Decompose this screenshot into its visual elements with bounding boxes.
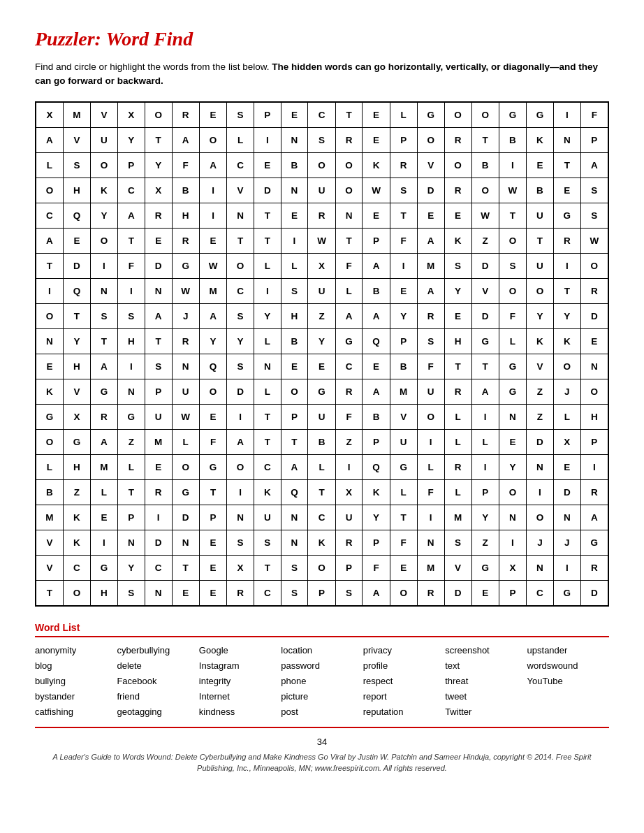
grid-cell: T — [471, 127, 499, 152]
grid-cell: I — [281, 228, 308, 253]
grid-cell: V — [36, 530, 64, 555]
grid-cell: E — [199, 555, 226, 580]
grid-cell: M — [444, 505, 471, 530]
grid-cell: S — [281, 580, 308, 605]
footer-text: A Leader's Guide to Words Wound: Delete … — [35, 751, 609, 774]
grid-cell: S — [417, 328, 444, 354]
grid-cell: C — [527, 580, 554, 605]
grid-cell: E — [199, 530, 226, 555]
grid-cell: O — [444, 102, 471, 127]
grid-cell: D — [227, 379, 254, 404]
grid-cell: Q — [363, 454, 390, 479]
grid-cell: U — [145, 404, 172, 429]
grid-cell: T — [90, 328, 117, 354]
grid-cell: T — [254, 228, 281, 253]
grid-cell: R — [335, 530, 363, 555]
grid-cell: L — [444, 479, 471, 505]
grid-cell: U — [254, 505, 281, 530]
grid-cell: T — [145, 328, 172, 354]
grid-cell: O — [499, 228, 526, 253]
grid-cell: G — [499, 354, 526, 379]
grid-cell: N — [227, 505, 254, 530]
grid-cell: I — [553, 102, 580, 127]
grid-cell: E — [281, 354, 308, 379]
word-item: integrity — [199, 674, 281, 689]
grid-cell: Y — [117, 555, 145, 580]
grid-cell: R — [390, 152, 417, 178]
grid-cell: F — [417, 354, 444, 379]
grid-cell: T — [36, 253, 64, 278]
grid-cell: O — [499, 479, 526, 505]
grid-cell: L — [281, 253, 308, 278]
grid-cell: L — [254, 379, 281, 404]
grid-cell: E — [199, 404, 226, 429]
grid-cell: D — [471, 253, 499, 278]
word-list-col: upstanderwordswoundYouTube — [527, 643, 609, 720]
grid-cell: Y — [553, 303, 580, 328]
grid-cell: O — [90, 228, 117, 253]
grid-cell: M — [390, 379, 417, 404]
grid-cell: T — [254, 429, 281, 454]
grid-cell: O — [308, 152, 335, 178]
grid-cell: R — [580, 555, 608, 580]
grid-cell: A — [417, 278, 444, 303]
grid-cell: J — [553, 530, 580, 555]
grid-cell: T — [308, 479, 335, 505]
grid-cell: A — [199, 303, 226, 328]
grid-cell: Z — [335, 429, 363, 454]
grid-cell: G — [308, 379, 335, 404]
grid-cell: Y — [63, 328, 90, 354]
grid-cell: L — [553, 404, 580, 429]
grid-cell: A — [227, 429, 254, 454]
grid-cell: L — [499, 328, 526, 354]
grid-cell: T — [499, 203, 526, 228]
grid-cell: L — [117, 454, 145, 479]
grid-cell: E — [390, 278, 417, 303]
grid-cell: A — [580, 152, 608, 178]
grid-cell: N — [145, 278, 172, 303]
grid-cell: L — [308, 454, 335, 479]
grid-cell: Y — [90, 203, 117, 228]
grid-cell: D — [471, 303, 499, 328]
grid-cell: C — [254, 454, 281, 479]
grid-cell: L — [172, 429, 199, 454]
grid-cell: E — [199, 102, 226, 127]
grid-cell: J — [553, 379, 580, 404]
grid-cell: W — [172, 278, 199, 303]
grid-cell: L — [471, 429, 499, 454]
grid-cell: G — [471, 328, 499, 354]
grid-cell: C — [308, 102, 335, 127]
word-item: friend — [117, 689, 198, 704]
grid-cell: U — [308, 404, 335, 429]
grid-cell: S — [335, 580, 363, 605]
grid-cell: J — [172, 303, 199, 328]
grid-cell: K — [254, 479, 281, 505]
grid-cell: G — [471, 555, 499, 580]
grid-cell: D — [527, 429, 554, 454]
grid-cell: M — [199, 278, 226, 303]
grid-cell: S — [444, 253, 471, 278]
grid-cell: X — [36, 102, 64, 127]
grid-cell: G — [553, 580, 580, 605]
grid-cell: H — [90, 580, 117, 605]
grid-cell: X — [335, 479, 363, 505]
grid-cell: D — [145, 253, 172, 278]
grid-cell: Y — [227, 328, 254, 354]
grid-cell: I — [145, 505, 172, 530]
grid-cell: C — [227, 152, 254, 178]
grid-cell: S — [145, 354, 172, 379]
grid-cell: E — [471, 580, 499, 605]
grid-cell: N — [580, 354, 608, 379]
grid-cell: P — [363, 530, 390, 555]
grid-cell: G — [580, 530, 608, 555]
grid-cell: U — [417, 379, 444, 404]
grid-cell: U — [308, 178, 335, 203]
grid-cell: A — [172, 127, 199, 152]
grid-cell: I — [390, 253, 417, 278]
grid-cell: Z — [527, 404, 554, 429]
grid-cell: B — [36, 479, 64, 505]
grid-cell: O — [417, 127, 444, 152]
grid-cell: U — [90, 127, 117, 152]
grid-cell: V — [36, 555, 64, 580]
grid-cell: P — [499, 580, 526, 605]
